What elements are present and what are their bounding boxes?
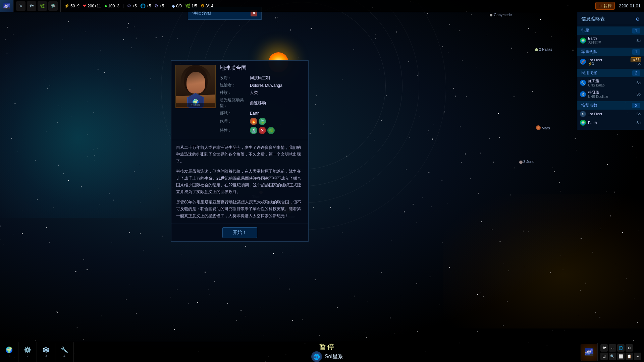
section-recovery[interactable]: 恢复点数 2 [577,101,644,110]
bottom-tab-1[interactable]: 🌍 1 [0,342,18,362]
resource-strategic: ⚙ 3/14 [201,3,213,8]
recovery-earth-item[interactable]: 🌍 Earth Sol [577,118,644,127]
tab-2-icon: ⚙️ [24,346,31,354]
civ-dialog: 🌍 什名称 地球联合国 政府： 间接民主制 统治者： Dolores Muwan… [171,60,309,242]
tab-4-icon: 🔧 [61,346,68,354]
civ-species-row: 种族： 人类 [220,90,304,96]
civ-name: 地球联合国 [220,65,304,72]
date-display: 2200.01.01 [619,3,641,8]
pause-button[interactable]: ⏸ 暂停 [595,2,615,10]
minimap-control-8[interactable]: 📋 [626,353,633,360]
logo[interactable]: 🌌 [0,0,13,12]
bottom-tab-4[interactable]: 🔧 4 [55,342,74,362]
resource-minerals: ❤ 200+11 [83,3,101,8]
minimap-control-9[interactable]: ≡ [634,353,641,360]
fleet-icon: 🚀 [580,59,586,65]
section-civilian[interactable]: 民用飞船 2 [577,69,644,77]
info-panel-title: 信息缩略表 ⚙ [577,15,644,25]
system-label-container: 🌐 Sol星系 [311,351,343,362]
minimap-control-5[interactable]: ☑ [600,353,608,360]
toolbar-icon-4[interactable]: 🛸 [48,1,58,11]
bottom-center: 暂停 🌐 Sol星系 [74,342,581,362]
civ-capital-row: 都城： Earth [220,110,304,116]
info-panel-settings-icon[interactable]: ⚙ [636,16,640,22]
civ-ethics-row: 伦理： 🔥 🍃 [220,118,304,125]
bottom-tab-3[interactable]: ❄️ 3 [37,342,55,362]
trait-icon-3: 🌿 [267,127,275,134]
ship-doolittle-item[interactable]: 🔬 科研船 UNS Doolittle Sol [577,88,644,100]
toolbar-action-icons: ⚔ 🗺 🌿 🛸 [13,0,61,12]
civ-portrait: 🌍 什名称 [175,65,216,108]
planet-earth-item[interactable]: 🌍 Earth 大陆世界 Sol [577,35,644,46]
civ-ruler-row: 统治者： Dolores Muwanga [220,82,304,88]
tab-1-icon: 🌍 [5,346,13,354]
minimap-control-1[interactable]: 🗺 [600,344,608,352]
minimap-control-3[interactable]: 🌐 [617,344,625,352]
pause-label: 暂停 [319,342,335,351]
civ-traits-row: 特性： 🔬 ✕ 🌿 [220,127,304,134]
section-planets[interactable]: 行星 1 [577,26,644,35]
trait-icon-2: ✕ [259,127,266,134]
science-ship-icon: 🔬 [580,91,586,97]
galaxy-view-button[interactable]: 🌌 [581,344,597,361]
toolbar: 🌌 ⚔ 🗺 🌿 🛸 ⚡ 50+9 ❤ 200+11 ● 100+3 | ⚙ +5… [0,0,644,12]
civ-ftl-row: 超光速驱动类型： 曲速移动 [220,97,304,109]
resource-society: 🌐 +5 [140,3,151,8]
recovery-earth-icon: 🌍 [580,120,586,126]
fleet-1st-item[interactable]: 🚀 1st Fleet ⚡3 ★67 Sol [577,56,644,67]
resource-research: ⚙ +5 [127,3,137,8]
ethics-icon-1: 🔥 [250,118,257,125]
earth-icon: 🌍 [580,38,586,44]
ethics-icon-2: 🍃 [259,118,266,125]
ship-balao-item[interactable]: 🔧 施工船 UNS Balao Sol [577,77,644,88]
resource-unity: 🌿 1/5 [185,3,197,8]
minimap-control-4[interactable]: ⚙ [626,344,633,352]
civ-header: 🌍 什名称 地球联合国 政府： 间接民主制 统治者： Dolores Muwan… [171,61,308,140]
bottom-bar: 🌍 1 ⚙️ 2 ❄️ 3 🔧 4 暂停 🌐 Sol星系 🌌 🗺 ↔ 🌐 ⚙ ☑… [0,342,644,362]
recovery-fleet-icon: ↻ [580,111,586,117]
toolbar-right: ⏸ 暂停 2200.01.01 [595,2,644,10]
minimap-control-6[interactable]: 🔍 [609,353,616,360]
system-name: Sol星系 [325,353,343,360]
civ-portrait-label: 什名称 [176,103,215,107]
construction-ship-icon: 🔧 [580,80,586,86]
minimap-control-7[interactable]: ⬜ [617,353,625,360]
fleet-badge: ★67 [631,57,641,62]
info-panel: 信息缩略表 ⚙ 行星 1 🌍 Earth 大陆世界 Sol 军事舰队 1 🚀 1… [577,12,644,130]
tab-3-icon: ❄️ [42,346,50,354]
resource-food: ● 100+3 [104,3,119,8]
minimap-control-2[interactable]: ↔ [609,344,616,352]
system-globe-icon[interactable]: 🌐 [311,351,322,362]
toolbar-icon-3[interactable]: 🌿 [38,1,47,11]
resource-bar: ⚡ 50+9 ❤ 200+11 ● 100+3 | ⚙ +5 🌐 +5 ⚙ +5… [61,3,217,8]
trait-icon-1: 🔬 [250,127,257,134]
resource-engineering: ⚙ +5 [154,3,164,8]
start-button[interactable]: 开始！ [222,227,257,238]
civ-lore: 自从二十万年前人类在非洲诞生至今，发生了许许多多的事情，我们的种族迅速的扩张到了… [171,140,308,224]
resource-energy: ⚡ 50+9 [64,3,79,8]
civ-info-table: 地球联合国 政府： 间接民主制 统治者： Dolores Muwanga 种族：… [220,65,304,136]
civ-footer: 开始！ [171,224,308,241]
toolbar-icon-2[interactable]: 🗺 [27,1,36,11]
toolbar-icon-1[interactable]: ⚔ [16,1,25,11]
bottom-tab-2[interactable]: ⚙️ 2 [18,342,37,362]
civ-government-row: 政府： 间接民主制 [220,75,304,81]
section-military[interactable]: 军事舰队 1 [577,48,644,56]
resource-influence: ◆ 0/0 [172,3,182,8]
recovery-fleet-item[interactable]: ↻ 1st Fleet Sol [577,110,644,118]
